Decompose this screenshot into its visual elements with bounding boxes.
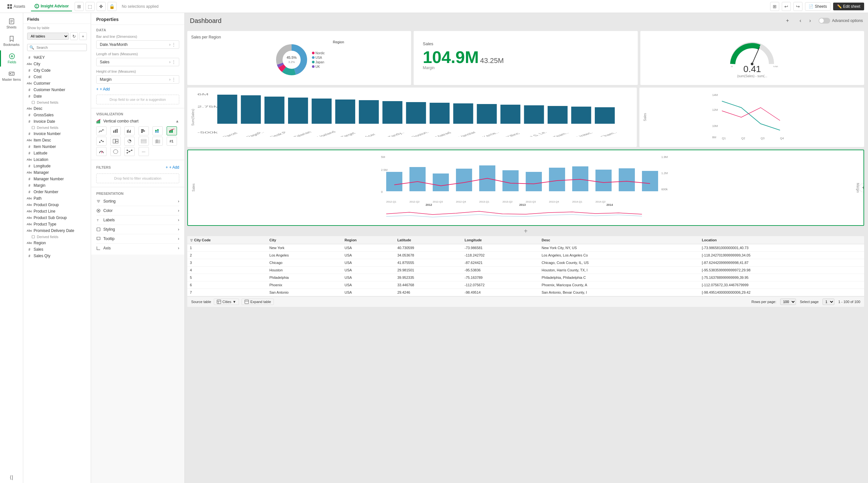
field-item-sales-qty[interactable]: # Sales Qty [23, 253, 91, 259]
next-sheet-btn[interactable]: › [806, 16, 815, 25]
sheets-button[interactable]: 📄 Sheets [805, 2, 830, 11]
undo-btn[interactable]: ↩ [782, 2, 791, 11]
kpi-btn[interactable]: #1 [166, 137, 177, 146]
field-item-gross-sales[interactable]: # GrossSales [23, 112, 91, 118]
prev-sheet-btn[interactable]: ‹ [796, 16, 805, 25]
stacked-bar-btn[interactable] [152, 126, 163, 135]
styling-row[interactable]: Styling › [96, 225, 179, 234]
cell-region: USA [342, 289, 395, 296]
lasso-tool-btn[interactable]: ⬚ [86, 2, 95, 11]
pivot-btn[interactable] [138, 137, 149, 146]
field-item-derived-3[interactable]: Derived fields [23, 234, 91, 240]
field-item-date[interactable]: # Date [23, 93, 91, 99]
measure-sales-row[interactable]: Sales › ⋮ [96, 58, 179, 66]
bar-chart-btn[interactable] [111, 126, 121, 135]
field-item-cost[interactable]: # Cost [23, 74, 91, 80]
lock-btn[interactable]: 🔒 [107, 2, 117, 11]
field-item-percent-key[interactable]: # %KEY [23, 54, 91, 61]
field-item-desc[interactable]: Abc Desc [23, 105, 91, 112]
line-chart-btn[interactable] [96, 126, 106, 135]
rows-per-page-select[interactable]: 100 50 25 [780, 299, 796, 305]
color-chevron: › [178, 208, 179, 213]
axis-row[interactable]: Axis › [96, 244, 179, 253]
add-field-btn[interactable]: + + Add [96, 86, 179, 93]
field-item-product-type[interactable]: Abc Product Type [23, 221, 91, 228]
field-item-product-line[interactable]: Abc Product Line [23, 208, 91, 214]
add-chart-row-btn[interactable]: + [187, 226, 864, 236]
expand-table-btn[interactable]: Expand table [242, 299, 274, 305]
field-item-invoice-date[interactable]: # Invoice Date [23, 118, 91, 125]
field-item-manager[interactable]: Abc Manager [23, 169, 91, 176]
gauge-btn[interactable] [96, 147, 106, 156]
field-item-manager-number[interactable]: # Manager Number [23, 176, 91, 182]
dimension-row[interactable]: Date.YearMonth › ⋮ [96, 40, 179, 49]
add-right-btn[interactable]: + [859, 183, 864, 192]
select-tool-btn[interactable]: ⊞ [74, 2, 84, 11]
field-item-derived-2[interactable]: Derived fields [23, 125, 91, 130]
sorting-row[interactable]: Sorting › [96, 197, 179, 206]
color-row[interactable]: Color › [96, 206, 179, 215]
redo-btn[interactable]: ↪ [794, 2, 802, 11]
advanced-options-toggle[interactable]: Advanced options [818, 18, 863, 24]
tab-assets[interactable]: Assets [4, 2, 28, 11]
search-input[interactable] [27, 44, 87, 51]
select-page-select[interactable]: 1 [823, 299, 834, 305]
edit-sheet-button[interactable]: ✏️ Edit sheet [833, 3, 864, 10]
field-item-sales[interactable]: # Sales [23, 246, 91, 253]
combo-chart-svg: 5M 2.5M 0 1.9M 1.2M 600k [198, 154, 854, 206]
more-viz-btn[interactable]: ··· [138, 147, 149, 156]
treemap-btn[interactable] [111, 137, 121, 146]
field-item-longitude[interactable]: # Longitude [23, 163, 91, 169]
pie-btn[interactable] [124, 137, 135, 146]
field-item-region[interactable]: Abc Region [23, 240, 91, 246]
field-item-city[interactable]: Abc City [23, 61, 91, 67]
svg-point-11 [10, 73, 11, 74]
add-filter-btn[interactable]: + + Add [166, 164, 179, 171]
combo-chart-btn[interactable] [166, 126, 177, 135]
map-btn[interactable] [111, 147, 121, 156]
field-item-customer[interactable]: Abc Customer [23, 80, 91, 87]
field-item-order-number[interactable]: # Order Number [23, 189, 91, 195]
network-btn[interactable] [124, 147, 135, 156]
field-item-item-desc[interactable]: Abc Item Desc [23, 137, 91, 144]
field-item-product-sub-group[interactable]: Abc Product Sub Group [23, 214, 91, 221]
field-item-latitude[interactable]: # Latitude [23, 150, 91, 156]
add-table-btn[interactable]: + [79, 32, 87, 40]
field-item-derived-1[interactable]: Derived fields [23, 99, 91, 105]
sidebar-item-master-items[interactable]: Master Items [0, 68, 23, 84]
cell-desc: Los Angeles, Los Angeles Co [539, 252, 699, 259]
labels-row[interactable]: T Labels › [96, 215, 179, 225]
cell-city: Chicago [267, 259, 342, 267]
sidebar-item-sheets[interactable]: Sheets [0, 16, 23, 32]
advanced-toggle-switch[interactable] [818, 18, 830, 24]
pan-tool-btn[interactable]: ✥ [97, 2, 105, 11]
field-name: Derived fields [37, 235, 87, 239]
cell-desc: Chicago, Cook County, IL, US [539, 259, 699, 267]
horiz-bar-btn[interactable] [138, 126, 149, 135]
sidebar-item-bookmarks[interactable]: Bookmarks [0, 33, 23, 49]
field-item-margin[interactable]: # Margin [23, 182, 91, 189]
svg-text:2013-Q2: 2013-Q2 [502, 200, 513, 203]
field-item-product-group[interactable]: Abc Product Group [23, 202, 91, 208]
table-select-dropdown[interactable]: All tables [27, 33, 69, 40]
grouped-bar-btn[interactable] [124, 126, 135, 135]
tooltip-row[interactable]: Tooltip › [96, 234, 179, 244]
tab-insight-advisor[interactable]: Insight Advisor [31, 2, 72, 11]
add-chart-top-btn[interactable]: + [783, 16, 792, 25]
field-item-promised-delivery-date[interactable]: Abc Promised Delivery Date [23, 228, 91, 234]
field-item-location[interactable]: Abc Location [23, 156, 91, 163]
sidebar-item-fields[interactable]: Fields [0, 51, 23, 66]
sidebar-collapse-btn[interactable]: ⟨| [10, 474, 13, 483]
scatter-btn[interactable] [96, 137, 106, 146]
field-item-invoice-number[interactable]: # Invoice Number [23, 130, 91, 137]
field-item-item-number[interactable]: # Item Number [23, 144, 91, 150]
field-name: Promised Delivery Date [34, 229, 87, 233]
grid-view-btn[interactable]: ⊞ [770, 2, 779, 11]
field-item-customer-number[interactable]: # Customer Number [23, 87, 91, 93]
refresh-tables-btn[interactable]: ↻ [70, 32, 78, 40]
source-table-selector[interactable]: Cities ▼ [214, 299, 239, 305]
measure-margin-row[interactable]: Margin › ⋮ [96, 75, 179, 84]
straight-table-btn[interactable] [152, 137, 163, 146]
field-item-city-code[interactable]: # City Code [23, 67, 91, 74]
field-item-path[interactable]: Abc Path [23, 195, 91, 202]
